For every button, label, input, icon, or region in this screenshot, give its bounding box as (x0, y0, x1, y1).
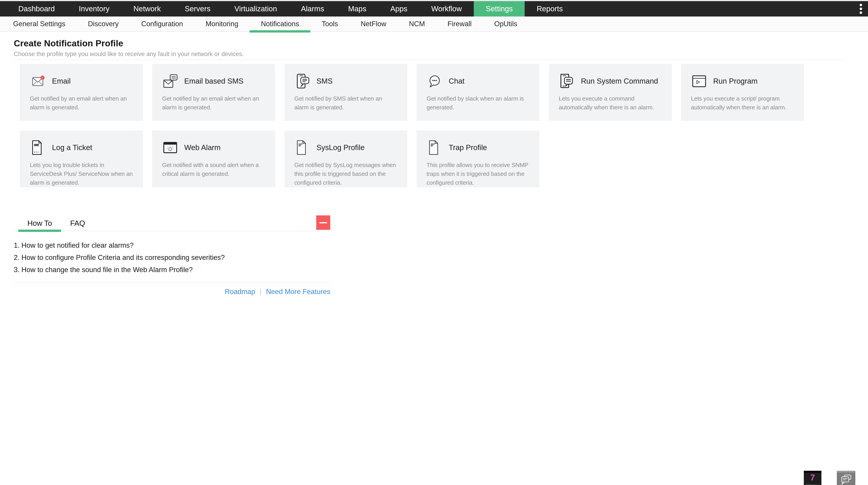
how-to-item[interactable]: 2.How to configure Profile Criteria and … (14, 253, 330, 262)
kebab-menu-icon[interactable] (859, 3, 863, 15)
list-text: How to configure Profile Criteria and it… (22, 254, 225, 261)
topnav-item-maps[interactable]: Maps (336, 1, 378, 17)
alarms-badge[interactable]: 7 Alarms (804, 471, 822, 485)
feedback-chat-badge[interactable] (837, 471, 855, 485)
web-alarm-icon (162, 139, 178, 156)
help-links: Roadmap|Need More Features (14, 288, 330, 296)
header-divider (14, 59, 843, 60)
subnav-item-discovery[interactable]: Discovery (76, 17, 130, 31)
profile-card-chat[interactable]: Chat Get notified by slack when an alarm… (416, 64, 539, 121)
profile-card-title: SysLog Profile (316, 143, 365, 152)
help-tab-bar: How To FAQ (14, 216, 330, 231)
topnav-item-inventory[interactable]: Inventory (67, 1, 121, 17)
profile-card-description: Get notified by an email alert when an a… (162, 94, 265, 112)
main-content: Create Notification Profile Choose the p… (0, 32, 868, 296)
topnav-item-virtualization[interactable]: Virtualization (222, 1, 289, 17)
help-panel: How To FAQ 1.How to get notified for cle… (14, 216, 330, 296)
run-program-icon (691, 73, 707, 89)
tab-label: How To (27, 219, 52, 227)
how-to-item[interactable]: 1.How to get notified for clear alarms? (14, 241, 330, 250)
run-system-command-icon (559, 73, 575, 89)
profile-card-run-system-command[interactable]: Run System Command Lets you execute a co… (549, 64, 672, 121)
profile-card-description: Lets you execute a command automatically… (559, 94, 662, 112)
topnav-item-apps[interactable]: Apps (378, 1, 419, 17)
topnav-item-network[interactable]: Network (121, 1, 173, 17)
profile-card-description: Lets you log trouble tickets in ServiceD… (30, 161, 133, 187)
topnav-item-dashboard[interactable]: Dashboard (6, 1, 67, 17)
roadmap-link[interactable]: Roadmap (225, 288, 255, 296)
subnav-item-oputils[interactable]: OpUtils (483, 17, 529, 31)
settings-sub-navigation: General Settings Discovery Configuration… (0, 17, 868, 32)
profile-card-title: Email based SMS (184, 77, 243, 86)
trap-profile-icon (427, 139, 443, 156)
profile-card-title: Run Program (713, 77, 757, 86)
profile-card-email-based-sms[interactable]: Email based SMS Get notified by an email… (152, 64, 275, 121)
alarm-count: 7 (804, 473, 822, 483)
profile-card-title: Log a Ticket (52, 143, 92, 152)
profile-card-email[interactable]: Email Get notified by an email alert whe… (20, 64, 143, 121)
profile-card-sms[interactable]: SMS Get notified by SMS alert when an al… (284, 64, 407, 121)
top-navigation: Dashboard Inventory Network Servers Virt… (0, 1, 868, 17)
profile-card-description: Get notified by SMS alert when an alarm … (294, 94, 397, 112)
need-more-features-link[interactable]: Need More Features (266, 288, 330, 296)
profile-card-title: Web Alarm (184, 143, 221, 152)
topnav-item-settings[interactable]: Settings (474, 1, 525, 17)
list-number: 2. (14, 254, 20, 261)
profile-card-grid: Email Get notified by an email alert whe… (20, 64, 868, 187)
minus-icon (319, 222, 327, 223)
topnav-item-servers[interactable]: Servers (173, 1, 222, 17)
profile-card-trap-profile[interactable]: Trap Profile This profile allows you to … (416, 130, 539, 187)
profile-card-title: Run System Command (581, 77, 658, 86)
chat-icon (427, 73, 443, 89)
chat-bubbles-icon (839, 473, 852, 485)
profile-card-description: Get notified by SysLog messages when thi… (294, 161, 397, 187)
profile-card-web-alarm[interactable]: Web Alarm Get notified with a sound aler… (152, 130, 275, 187)
sms-icon (294, 73, 311, 89)
subnav-item-notifications[interactable]: Notifications (250, 17, 310, 31)
profile-card-log-a-ticket[interactable]: Log a Ticket Lets you log trouble ticket… (20, 130, 143, 187)
tab-how-to[interactable]: How To (18, 216, 61, 231)
subnav-item-configuration[interactable]: Configuration (130, 17, 194, 31)
subnav-item-firewall[interactable]: Firewall (436, 17, 483, 31)
log-a-ticket-icon (30, 139, 46, 156)
active-tab-underline (18, 230, 61, 232)
profile-card-title: Chat (449, 77, 465, 86)
email-based-sms-icon (162, 73, 178, 89)
page-title: Create Notification Profile (14, 38, 868, 48)
subnav-item-tools[interactable]: Tools (310, 17, 349, 31)
profile-card-description: This profile allows you to receive SNMP … (427, 161, 530, 187)
profile-card-run-program[interactable]: Run Program Lets you execute a script/ p… (681, 64, 804, 121)
profile-card-description: Get notified with a sound alert when a c… (162, 161, 265, 178)
profile-card-title: SMS (316, 77, 333, 86)
syslog-profile-icon (294, 139, 311, 156)
topnav-item-workflow[interactable]: Workflow (419, 1, 474, 17)
topnav-item-alarms[interactable]: Alarms (289, 1, 336, 17)
subnav-item-ncm[interactable]: NCM (398, 17, 436, 31)
link-separator: | (260, 288, 261, 296)
email-icon (30, 73, 46, 89)
list-number: 3. (14, 266, 20, 274)
subnav-item-monitoring[interactable]: Monitoring (194, 17, 250, 31)
list-text: How to get notified for clear alarms? (22, 241, 133, 249)
profile-card-syslog-profile[interactable]: SysLog Profile Get notified by SysLog me… (284, 130, 407, 187)
profile-card-description: Get notified by slack when an alarm is g… (427, 94, 530, 112)
topnav-item-reports[interactable]: Reports (525, 1, 575, 17)
tab-faq[interactable]: FAQ (61, 216, 94, 231)
profile-card-title: Trap Profile (449, 143, 487, 152)
subnav-item-label: Notifications (261, 20, 299, 28)
alarm-count-label: Alarms (804, 483, 822, 485)
page-subtitle: Choose the profile type you would like t… (14, 51, 868, 58)
profile-card-title: Email (52, 77, 71, 86)
how-to-item[interactable]: 3.How to change the sound file in the We… (14, 265, 330, 274)
active-tab-underline (250, 30, 310, 33)
subnav-item-netflow[interactable]: NetFlow (349, 17, 398, 31)
list-text: How to change the sound file in the Web … (22, 266, 193, 274)
profile-card-description: Get notified by an email alert when an a… (30, 94, 133, 112)
help-panel-divider (14, 282, 330, 283)
collapse-panel-button[interactable] (316, 215, 330, 230)
profile-card-description: Lets you execute a script/ program autom… (691, 94, 794, 112)
subnav-item-general-settings[interactable]: General Settings (2, 17, 76, 31)
how-to-list: 1.How to get notified for clear alarms? … (14, 241, 330, 274)
list-number: 1. (14, 241, 20, 249)
